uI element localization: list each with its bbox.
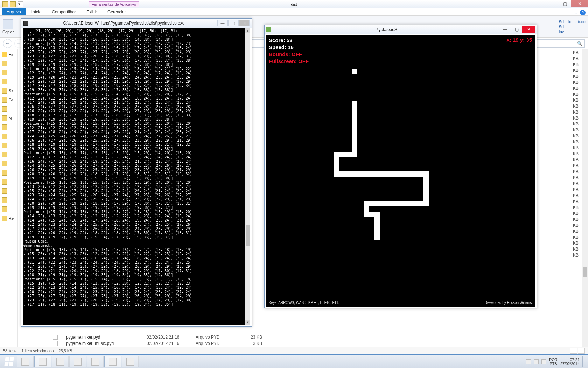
- explorer-titlebar[interactable]: ▾ Ferramentas de Aplicativo dist — ▢ ✕: [0, 0, 588, 8]
- console-output[interactable]: ..., (21, 29), (20, 29), (19, 29), (18, …: [23, 28, 250, 325]
- sidebar-item[interactable]: [2, 79, 16, 84]
- folder-icon: [2, 88, 7, 94]
- system-tray: POR PTB 07:21 27/02/2014: [526, 356, 587, 367]
- taskbar-button-program[interactable]: [104, 356, 121, 367]
- ribbon-contextual-tab[interactable]: Ferramentas de Aplicativo: [89, 1, 139, 7]
- file-size-cell: KB: [563, 139, 581, 144]
- status-selection: 1 item selecionado: [22, 349, 54, 353]
- file-size-cell: KB: [563, 68, 581, 73]
- file-icon: [53, 335, 58, 340]
- file-size-cell: KB: [563, 116, 581, 121]
- taskbar-button-media-player[interactable]: [52, 356, 69, 367]
- tray-volume-icon[interactable]: [541, 359, 546, 364]
- folder-icon: [2, 124, 7, 130]
- snake-segment: [334, 171, 429, 177]
- search-icon: 🔍: [577, 41, 582, 46]
- scroll-up-icon[interactable]: ▲: [245, 28, 250, 33]
- taskbar-button-internet-explorer[interactable]: [17, 356, 34, 367]
- file-size-cell: KB: [563, 80, 581, 85]
- taskbar-button-control-panel[interactable]: [87, 356, 104, 367]
- console-close-button[interactable]: ✕: [239, 20, 250, 26]
- file-icon: [53, 341, 58, 346]
- sidebar-item[interactable]: [2, 179, 16, 185]
- cmd-invert-selection[interactable]: Inv: [559, 29, 586, 34]
- sidebar-item[interactable]: [2, 70, 16, 75]
- sidebar-item[interactable]: [2, 61, 16, 66]
- sidebar-item[interactable]: [2, 152, 16, 157]
- console-scrollbar[interactable]: ▲ ▼: [245, 28, 250, 325]
- sidebar-item[interactable]: [2, 206, 16, 212]
- tab-file[interactable]: Arquivo: [2, 8, 26, 15]
- game-close-button[interactable]: ✕: [522, 26, 536, 33]
- game-canvas-area[interactable]: Score: 53 Speed: 16 Bounds: OFF Fullscre…: [266, 35, 536, 307]
- sidebar-item[interactable]: [2, 197, 16, 203]
- console-scroll-thumb[interactable]: [246, 225, 250, 246]
- game-credit: Developed by Ericson Willians.: [485, 301, 533, 305]
- tray-language[interactable]: POR PTB: [549, 357, 558, 366]
- tray-network-icon[interactable]: [534, 359, 539, 364]
- props-icon[interactable]: [10, 1, 16, 7]
- start-button[interactable]: [1, 356, 17, 367]
- sidebar-item[interactable]: Fa: [2, 52, 16, 57]
- tray-flag-icon[interactable]: [526, 359, 531, 364]
- file-size-cell: KB: [563, 104, 581, 109]
- table-row[interactable]: pygame.mixer_music.pyd02/02/2012 21:16Ar…: [18, 340, 581, 347]
- show-desktop-button[interactable]: [582, 356, 585, 367]
- help-icon[interactable]: ?: [580, 10, 586, 15]
- qat-more-icon[interactable]: ▾: [18, 1, 23, 7]
- sidebar-item[interactable]: [2, 170, 16, 176]
- tab-home[interactable]: Início: [27, 8, 47, 15]
- sidebar-item[interactable]: [2, 188, 16, 194]
- folder-icon: [2, 161, 7, 166]
- sidebar-item[interactable]: [2, 143, 16, 148]
- cmd-select-all[interactable]: Selecionar tudo: [559, 20, 586, 24]
- sidebar-item[interactable]: Gr: [2, 97, 16, 103]
- sidebar-item[interactable]: [2, 124, 16, 130]
- console-minimize-button[interactable]: —: [217, 20, 228, 26]
- game-titlebar[interactable]: PyclassicS — ▢ ✕: [265, 25, 537, 34]
- folder-icon: [2, 170, 7, 176]
- maximize-button[interactable]: ▢: [559, 0, 571, 7]
- scroll-down-icon[interactable]: ▼: [245, 320, 250, 325]
- control-panel-icon: [91, 358, 99, 366]
- ribbon-copy[interactable]: Copiar: [2, 19, 14, 34]
- file-size-cell: KB: [563, 187, 581, 192]
- file-type-cell: Arquivo PYD: [196, 341, 234, 346]
- sidebar-item[interactable]: [2, 134, 16, 139]
- game-maximize-button[interactable]: ▢: [511, 26, 522, 33]
- console-maximize-button[interactable]: ▢: [228, 20, 239, 26]
- folder-icon: [2, 134, 7, 139]
- sidebar-item-label: Gr: [9, 98, 13, 102]
- game-title: PyclassicS: [273, 27, 500, 32]
- scrollbar-vertical[interactable]: [582, 49, 588, 347]
- tab-share[interactable]: Compartilhar: [47, 8, 81, 15]
- file-size-cell: KB: [563, 211, 581, 216]
- taskbar-button-file-explorer[interactable]: [34, 356, 51, 367]
- taskbar-button-chrome[interactable]: [69, 356, 86, 367]
- table-row[interactable]: pygame.mixer.pyd02/02/2012 21:16Arquivo …: [18, 334, 581, 340]
- sidebar-item[interactable]: [2, 161, 16, 166]
- program-icon: [109, 358, 117, 366]
- scrollbar-thumb[interactable]: [583, 267, 587, 277]
- view-details-button[interactable]: [570, 348, 577, 354]
- taskbar-button-paint[interactable]: [122, 356, 139, 367]
- console-titlebar[interactable]: C:\Users\EricsonWillians\Pygames\Pyclass…: [21, 19, 252, 28]
- game-keys-help: Keys: ARROWS, WASD, KP + -, B, F10, F11.: [269, 301, 339, 305]
- cmd-select-none[interactable]: Sel: [559, 25, 586, 29]
- minimize-button[interactable]: —: [547, 0, 559, 7]
- tab-view[interactable]: Exibir: [82, 8, 102, 15]
- tray-clock[interactable]: 07:21 27/02/2014: [560, 357, 580, 366]
- sidebar-item[interactable]: M: [2, 115, 16, 121]
- close-button[interactable]: ✕: [571, 0, 588, 7]
- sidebar-item[interactable]: Re: [2, 216, 16, 221]
- view-icons-button[interactable]: [578, 348, 585, 354]
- folder-icon: [2, 79, 7, 84]
- ribbon-expand-icon[interactable]: ⌄: [574, 10, 578, 15]
- game-minimize-button[interactable]: —: [500, 26, 511, 33]
- sidebar-item[interactable]: [2, 106, 16, 112]
- sidebar-item[interactable]: Sk: [2, 88, 16, 94]
- back-button[interactable]: ←: [3, 39, 12, 48]
- folder-icon: [2, 115, 7, 121]
- file-size-cell: KB: [563, 247, 581, 252]
- tab-manage[interactable]: Gerenciar: [103, 8, 131, 15]
